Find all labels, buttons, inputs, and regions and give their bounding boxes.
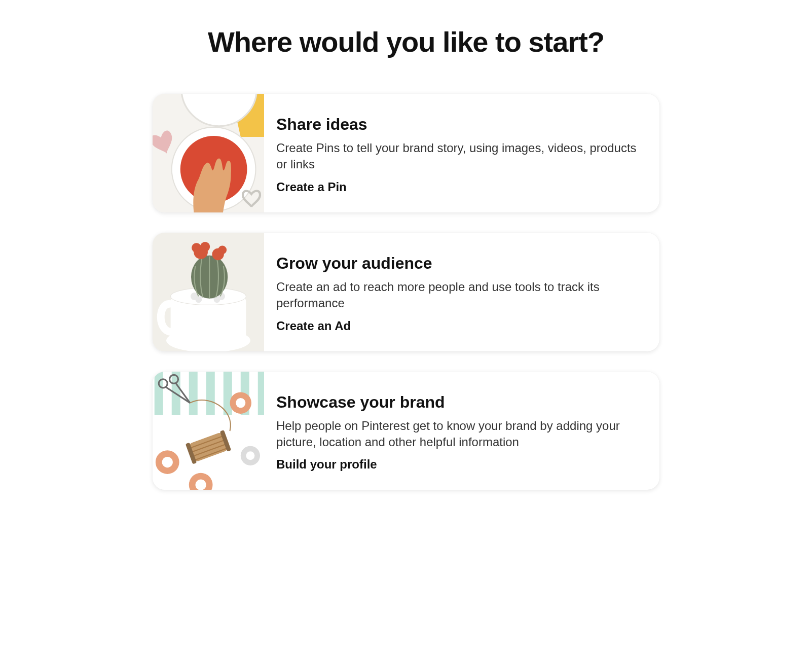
svg-point-36 bbox=[162, 456, 173, 467]
option-card-share-ideas[interactable]: Share ideas Create Pins to tell your bra… bbox=[153, 94, 659, 212]
card-description: Help people on Pinterest get to know you… bbox=[276, 418, 637, 451]
card-title: Grow your audience bbox=[276, 254, 637, 273]
svg-point-34 bbox=[236, 398, 245, 408]
cactus-icon bbox=[153, 233, 264, 351]
svg-point-40 bbox=[246, 451, 254, 460]
card-action-link[interactable]: Create a Pin bbox=[276, 180, 637, 194]
svg-point-12 bbox=[195, 296, 202, 303]
card-body: Showcase your brand Help people on Pinte… bbox=[264, 372, 659, 490]
svg-point-17 bbox=[200, 242, 210, 251]
option-card-grow-audience[interactable]: Grow your audience Create an ad to reach… bbox=[153, 233, 659, 351]
card-action-link[interactable]: Build your profile bbox=[276, 457, 637, 472]
card-description: Create Pins to tell your brand story, us… bbox=[276, 140, 637, 173]
page-title: Where would you like to start? bbox=[153, 25, 659, 58]
svg-point-16 bbox=[192, 243, 201, 253]
card-title: Showcase your brand bbox=[276, 393, 637, 412]
card-description: Create an ad to reach more people and us… bbox=[276, 279, 637, 312]
craft-icon bbox=[153, 372, 264, 490]
svg-rect-28 bbox=[258, 372, 264, 415]
card-title: Share ideas bbox=[276, 115, 637, 134]
svg-point-38 bbox=[195, 479, 206, 490]
svg-rect-25 bbox=[206, 372, 215, 415]
card-body: Share ideas Create Pins to tell your bra… bbox=[264, 94, 659, 212]
card-body: Grow your audience Create an ad to reach… bbox=[264, 233, 659, 351]
card-action-link[interactable]: Create an Ad bbox=[276, 319, 637, 333]
option-card-showcase-brand[interactable]: Showcase your brand Help people on Pinte… bbox=[153, 372, 659, 490]
svg-rect-24 bbox=[189, 372, 198, 415]
svg-rect-22 bbox=[155, 372, 163, 415]
paint-icon bbox=[153, 94, 264, 212]
svg-point-19 bbox=[218, 245, 227, 254]
svg-rect-26 bbox=[224, 372, 232, 415]
